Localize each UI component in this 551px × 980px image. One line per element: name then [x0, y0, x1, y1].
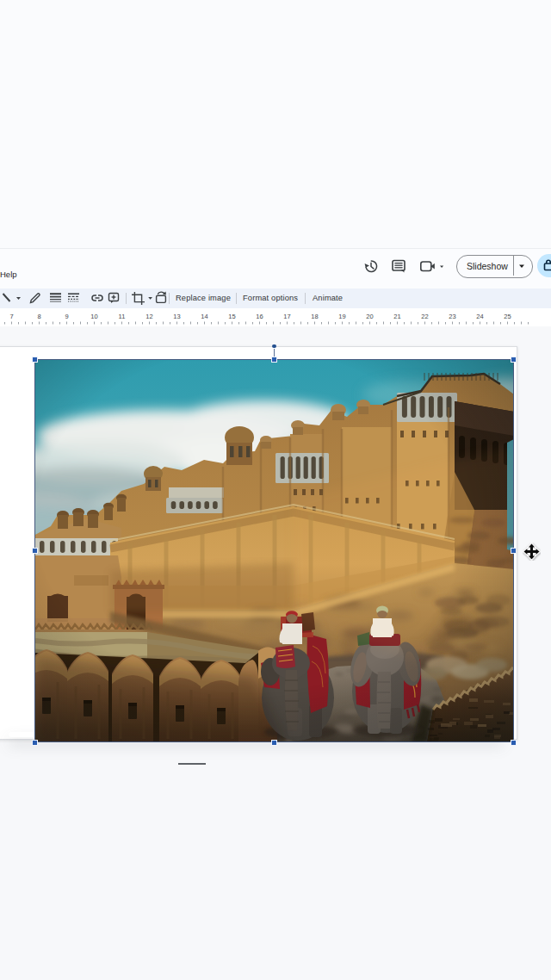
- svg-text:21: 21: [393, 313, 400, 320]
- svg-text:13: 13: [173, 313, 180, 320]
- svg-text:19: 19: [338, 313, 345, 320]
- svg-text:17: 17: [283, 313, 290, 320]
- svg-text:15: 15: [228, 313, 235, 320]
- svg-text:14: 14: [201, 313, 207, 320]
- svg-text:8: 8: [37, 313, 40, 320]
- svg-text:11: 11: [119, 313, 126, 320]
- svg-text:9: 9: [65, 313, 68, 320]
- svg-text:22: 22: [421, 313, 428, 320]
- svg-text:18: 18: [311, 313, 318, 320]
- svg-text:24: 24: [476, 313, 483, 320]
- svg-text:16: 16: [256, 313, 263, 320]
- svg-text:7: 7: [9, 313, 13, 320]
- svg-text:20: 20: [366, 313, 373, 320]
- svg-text:25: 25: [504, 313, 511, 320]
- svg-text:23: 23: [449, 313, 455, 320]
- svg-text:12: 12: [145, 313, 152, 320]
- svg-text:10: 10: [90, 313, 97, 320]
